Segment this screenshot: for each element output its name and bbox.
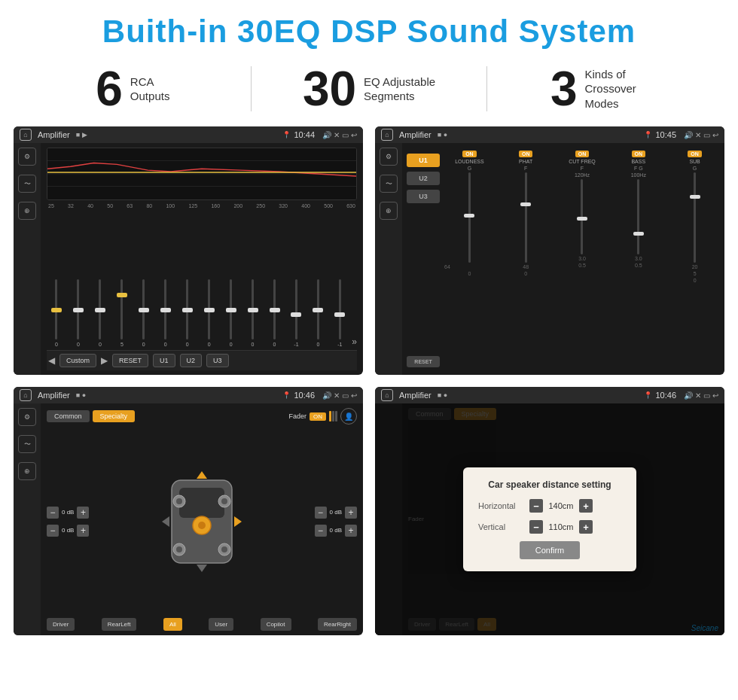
eq-slider-6[interactable]: 0 (156, 279, 175, 347)
eq-slider-13[interactable]: 0 (308, 279, 328, 347)
vertical-minus[interactable]: − (529, 520, 543, 534)
eq-icon-wave[interactable]: 〜 (18, 175, 36, 193)
rl-plus[interactable]: + (77, 525, 89, 537)
specialty-tab[interactable]: Specialty (93, 410, 136, 422)
driver-btn[interactable]: Driver (47, 618, 75, 631)
bass-slider[interactable] (637, 179, 639, 254)
fader-icon-balance[interactable]: ⊕ (18, 462, 36, 480)
copilot-btn[interactable]: Copilot (261, 618, 291, 631)
reset-preset[interactable]: RESET (407, 356, 440, 367)
loudness-slider[interactable] (468, 172, 471, 263)
custom-btn[interactable]: Custom (59, 354, 96, 367)
u1-btn[interactable]: U1 (153, 354, 175, 367)
amp-back-icon: ↩ (712, 131, 718, 139)
svg-point-14 (221, 498, 227, 504)
common-tab[interactable]: Common (47, 410, 90, 422)
fader-status-icons-right: 🔊 ✕ ▭ ↩ (322, 391, 357, 400)
stat-crossover: 3 Kinds ofCrossover Modes (502, 65, 708, 113)
dialog-content: Common Specialty Fader Driver RearLeft A… (375, 403, 724, 635)
prev-icon[interactable]: ◀ (48, 355, 55, 366)
eq-slider-5[interactable]: 0 (134, 279, 154, 347)
next-icon[interactable]: ▶ (101, 355, 108, 366)
rl-minus[interactable]: − (47, 525, 59, 537)
fr-plus[interactable]: + (345, 507, 357, 519)
eq-slider-2[interactable]: 0 (69, 279, 88, 347)
rearleft-btn[interactable]: RearLeft (102, 618, 137, 631)
svg-rect-6 (179, 488, 224, 518)
eq-sliders-area: 0 0 0 (47, 212, 357, 350)
sub-slider[interactable] (694, 172, 696, 263)
rearright-btn[interactable]: RearRight (318, 618, 357, 631)
eq-slider-4[interactable]: 5 (112, 279, 132, 347)
dialog-overlay: Car speaker distance setting Horizontal … (375, 403, 724, 635)
close-icon: ✕ (334, 131, 340, 139)
svg-point-12 (176, 498, 182, 504)
eq-slider-3[interactable]: 0 (90, 279, 110, 347)
dialog-home-icon[interactable]: ⌂ (381, 389, 393, 401)
eq-slider-10[interactable]: 0 (243, 279, 263, 347)
amp-icon-filter[interactable]: ⚙ (380, 148, 398, 166)
amp-icon-wave[interactable]: 〜 (380, 175, 398, 193)
amp-status-icons: ■ ● (438, 131, 447, 138)
amp-screen: ⌂ Amplifier ■ ● 📍 10:45 🔊 ✕ ▭ ↩ ⚙ 〜 ⊕ (375, 126, 724, 375)
u3-btn[interactable]: U3 (206, 354, 229, 367)
dialog-close-icon: ✕ (695, 391, 701, 400)
eq-slider-12[interactable]: -1 (286, 279, 306, 347)
eq-content: ⚙ 〜 ⊕ (14, 143, 363, 375)
rr-minus[interactable]: − (315, 525, 327, 537)
fader-icon-wave[interactable]: 〜 (18, 435, 36, 453)
bass-on[interactable]: ON (632, 151, 646, 157)
eq-icon-filter[interactable]: ⚙ (18, 148, 36, 166)
svg-point-18 (221, 546, 227, 552)
u3-preset[interactable]: U3 (407, 190, 440, 203)
expand-icon[interactable]: » (352, 336, 357, 347)
all-btn[interactable]: All (163, 618, 182, 631)
vertical-control: − 110cm + (529, 520, 593, 534)
bass-sub: F G (634, 166, 643, 171)
fl-minus[interactable]: − (47, 507, 59, 519)
horizontal-minus[interactable]: − (529, 499, 543, 513)
amp-status-bar: ⌂ Amplifier ■ ● 📍 10:45 🔊 ✕ ▭ ↩ (375, 126, 724, 143)
cutfreq-slider[interactable] (581, 179, 583, 254)
vertical-label: Vertical (478, 522, 523, 531)
fader-on-toggle[interactable]: ON (310, 412, 326, 421)
eq-slider-14[interactable]: -1 (330, 279, 349, 347)
rr-plus[interactable]: + (345, 525, 357, 537)
fader-icon-filter[interactable]: ⚙ (18, 408, 36, 426)
fr-minus[interactable]: − (315, 507, 327, 519)
horizontal-plus[interactable]: + (579, 499, 593, 513)
eq-slider-8[interactable]: 0 (200, 279, 219, 347)
loudness-on[interactable]: ON (462, 151, 477, 157)
dialog-pin-icon: 📍 (644, 391, 652, 399)
eq-slider-11[interactable]: 0 (265, 279, 285, 347)
fader-pin-icon: 📍 (282, 391, 291, 399)
u2-btn[interactable]: U2 (180, 354, 203, 367)
u1-preset[interactable]: U1 (407, 154, 440, 167)
phat-on[interactable]: ON (519, 151, 533, 157)
sub-on[interactable]: ON (688, 151, 702, 157)
home-icon[interactable]: ⌂ (20, 129, 32, 141)
eq-icon-balance[interactable]: ⊕ (18, 202, 36, 220)
rear-left-db: − 0 dB + (47, 525, 89, 537)
fl-plus[interactable]: + (77, 507, 89, 519)
reset-btn[interactable]: RESET (112, 354, 148, 367)
eq-slider-7[interactable]: 0 (178, 279, 197, 347)
fader-home-icon[interactable]: ⌂ (20, 389, 32, 401)
vertical-plus[interactable]: + (579, 520, 593, 534)
user-btn[interactable]: User (209, 618, 233, 631)
u2-preset[interactable]: U2 (407, 172, 440, 185)
confirm-button[interactable]: Confirm (520, 541, 580, 559)
sub-label: SUB (689, 159, 700, 164)
cutfreq-on[interactable]: ON (575, 151, 590, 157)
stat-divider-1 (251, 66, 252, 111)
amp-icon-balance[interactable]: ⊕ (380, 202, 398, 220)
horizontal-label: Horizontal (478, 501, 523, 510)
phat-slider[interactable] (525, 172, 527, 263)
volume-icon: 🔊 (322, 131, 331, 139)
dialog-window-icon: ▭ (703, 391, 710, 400)
stat-rca-label: RCAOutputs (130, 75, 170, 104)
amp-home-icon[interactable]: ⌂ (381, 129, 393, 141)
eq-slider-9[interactable]: 0 (221, 279, 241, 347)
profile-icon[interactable]: 👤 (340, 408, 357, 425)
eq-slider-1[interactable]: 0 (47, 279, 66, 347)
